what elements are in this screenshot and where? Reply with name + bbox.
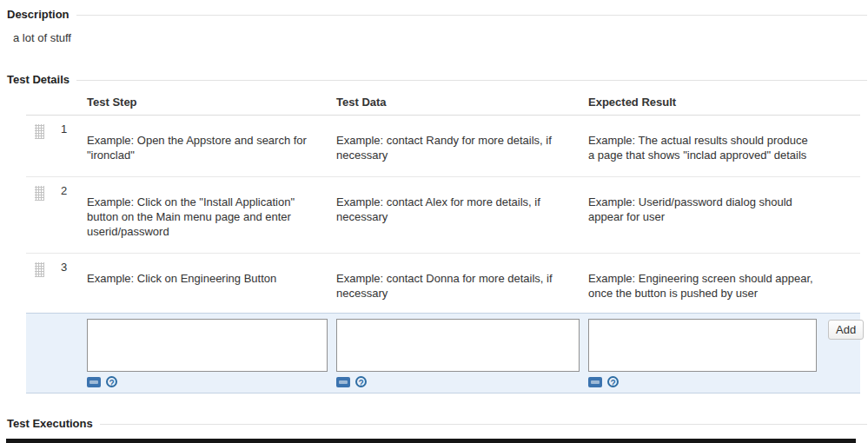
description-divider bbox=[76, 15, 867, 16]
test-executions-divider bbox=[100, 424, 867, 425]
add-step-row: ? ? ? Add bbox=[26, 313, 860, 393]
test-case-page: Description a lot of stuff Test Details … bbox=[0, 0, 868, 443]
drag-handle-icon[interactable] bbox=[35, 262, 44, 277]
test-steps-header-row: Test Step Test Data Expected Result bbox=[26, 96, 860, 116]
folder-icon[interactable] bbox=[87, 377, 101, 387]
new-step-input[interactable] bbox=[87, 319, 328, 372]
data-cell[interactable]: Example: contact Randy for more details,… bbox=[336, 122, 588, 162]
test-steps-table: Test Step Test Data Expected Result 1 Ex… bbox=[26, 96, 860, 393]
step-number: 2 bbox=[52, 184, 87, 239]
description-section-header: Description bbox=[0, 0, 868, 22]
test-executions-section-header: Test Executions bbox=[0, 417, 868, 431]
expected-cell[interactable]: Example: The actual results should produ… bbox=[588, 122, 825, 162]
data-cell[interactable]: Example: contact Alex for more details, … bbox=[336, 184, 588, 239]
table-row: 2 Example: Click on the "Install Applica… bbox=[26, 177, 860, 254]
test-details-divider bbox=[76, 80, 867, 81]
drag-handle-icon[interactable] bbox=[35, 124, 44, 139]
test-executions-title: Test Executions bbox=[7, 417, 93, 431]
description-content: a lot of stuff bbox=[13, 31, 868, 44]
help-icon[interactable]: ? bbox=[106, 376, 117, 387]
step-cell[interactable]: Example: Open the Appstore and search fo… bbox=[87, 122, 336, 162]
folder-icon[interactable] bbox=[588, 377, 602, 387]
step-cell[interactable]: Example: Click on Engineering Button bbox=[87, 261, 336, 301]
column-expected-result: Expected Result bbox=[588, 96, 825, 109]
help-icon[interactable]: ? bbox=[355, 376, 367, 387]
help-icon[interactable]: ? bbox=[607, 376, 619, 387]
data-cell[interactable]: Example: contact Donna for more details,… bbox=[336, 261, 588, 301]
bottom-window-edge bbox=[6, 439, 856, 443]
step-number: 1 bbox=[52, 122, 87, 162]
column-test-step: Test Step bbox=[87, 96, 336, 109]
new-expected-input[interactable] bbox=[588, 319, 817, 372]
add-step-button[interactable]: Add bbox=[828, 320, 864, 340]
expected-cell[interactable]: Example: Engineering screen should appea… bbox=[588, 261, 825, 301]
folder-icon[interactable] bbox=[336, 377, 350, 387]
test-details-title: Test Details bbox=[7, 73, 70, 87]
test-details-section-header: Test Details bbox=[0, 73, 868, 87]
table-row: 1 Example: Open the Appstore and search … bbox=[26, 116, 860, 177]
drag-handle-icon[interactable] bbox=[35, 186, 44, 201]
step-number: 3 bbox=[52, 261, 87, 301]
table-row: 3 Example: Click on Engineering Button E… bbox=[26, 254, 860, 313]
description-title: Description bbox=[7, 8, 70, 22]
column-test-data: Test Data bbox=[336, 96, 588, 109]
step-cell[interactable]: Example: Click on the "Install Applicati… bbox=[87, 184, 336, 239]
new-data-input[interactable] bbox=[336, 319, 580, 372]
expected-cell[interactable]: Example: Userid/password dialog should a… bbox=[588, 184, 825, 239]
